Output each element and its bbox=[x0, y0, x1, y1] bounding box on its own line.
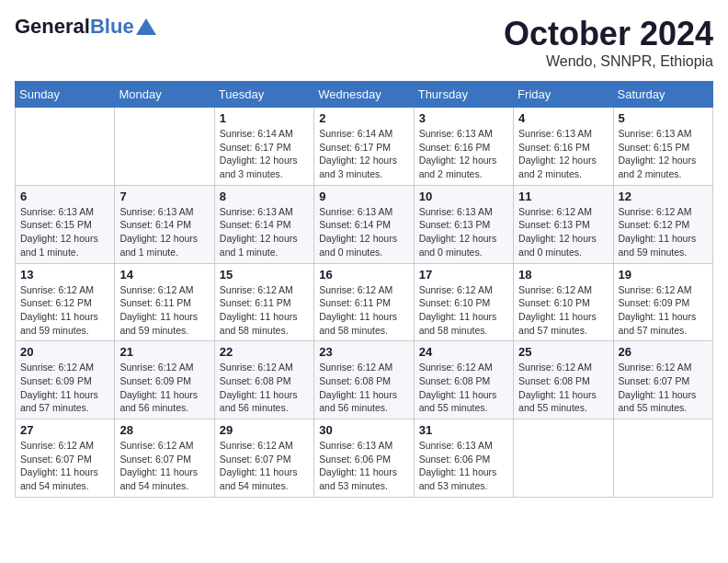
logo-blue-text: Blue bbox=[90, 15, 134, 39]
calendar-cell: 10Sunrise: 6:13 AM Sunset: 6:13 PM Dayli… bbox=[414, 185, 513, 263]
day-info: Sunrise: 6:12 AM Sunset: 6:12 PM Dayligh… bbox=[20, 283, 109, 338]
day-number: 20 bbox=[20, 345, 109, 359]
calendar-cell: 28Sunrise: 6:12 AM Sunset: 6:07 PM Dayli… bbox=[115, 419, 214, 498]
calendar-cell: 17Sunrise: 6:12 AM Sunset: 6:10 PM Dayli… bbox=[414, 263, 513, 341]
day-info: Sunrise: 6:13 AM Sunset: 6:16 PM Dayligh… bbox=[419, 127, 508, 181]
day-number: 10 bbox=[419, 190, 508, 203]
calendar-cell: 24Sunrise: 6:12 AM Sunset: 6:08 PM Dayli… bbox=[414, 341, 513, 419]
day-info: Sunrise: 6:14 AM Sunset: 6:17 PM Dayligh… bbox=[319, 127, 408, 181]
calendar-cell: 15Sunrise: 6:12 AM Sunset: 6:11 PM Dayli… bbox=[214, 263, 313, 341]
day-number: 6 bbox=[20, 190, 109, 203]
day-number: 14 bbox=[119, 268, 209, 282]
calendar-cell: 5Sunrise: 6:13 AM Sunset: 6:15 PM Daylig… bbox=[613, 108, 712, 186]
day-info: Sunrise: 6:12 AM Sunset: 6:08 PM Dayligh… bbox=[319, 361, 408, 415]
day-number: 17 bbox=[419, 268, 508, 282]
day-number: 15 bbox=[220, 268, 309, 282]
day-info: Sunrise: 6:14 AM Sunset: 6:17 PM Dayligh… bbox=[220, 127, 309, 181]
logo-general-text: General bbox=[15, 15, 90, 39]
calendar-cell bbox=[115, 108, 214, 186]
calendar-week-row: 27Sunrise: 6:12 AM Sunset: 6:07 PM Dayli… bbox=[16, 419, 713, 498]
day-number: 25 bbox=[518, 345, 608, 359]
day-number: 31 bbox=[419, 423, 508, 437]
day-info: Sunrise: 6:12 AM Sunset: 6:11 PM Dayligh… bbox=[119, 283, 209, 338]
day-number: 2 bbox=[319, 111, 408, 125]
day-info: Sunrise: 6:13 AM Sunset: 6:15 PM Dayligh… bbox=[20, 205, 109, 259]
day-number: 24 bbox=[419, 345, 508, 359]
day-number: 5 bbox=[619, 111, 708, 125]
calendar-cell: 6Sunrise: 6:13 AM Sunset: 6:15 PM Daylig… bbox=[16, 185, 115, 263]
day-number: 28 bbox=[119, 423, 209, 437]
day-number: 8 bbox=[220, 190, 309, 203]
day-info: Sunrise: 6:12 AM Sunset: 6:10 PM Dayligh… bbox=[518, 283, 608, 338]
calendar-header-sunday: Sunday bbox=[16, 82, 115, 108]
day-number: 19 bbox=[619, 268, 708, 282]
day-info: Sunrise: 6:12 AM Sunset: 6:11 PM Dayligh… bbox=[220, 283, 309, 338]
day-info: Sunrise: 6:13 AM Sunset: 6:14 PM Dayligh… bbox=[220, 205, 309, 259]
day-info: Sunrise: 6:12 AM Sunset: 6:09 PM Dayligh… bbox=[619, 283, 708, 338]
calendar-cell: 4Sunrise: 6:13 AM Sunset: 6:16 PM Daylig… bbox=[514, 108, 613, 186]
day-info: Sunrise: 6:12 AM Sunset: 6:08 PM Dayligh… bbox=[419, 361, 508, 415]
day-info: Sunrise: 6:13 AM Sunset: 6:06 PM Dayligh… bbox=[419, 439, 508, 493]
calendar-cell: 9Sunrise: 6:13 AM Sunset: 6:14 PM Daylig… bbox=[314, 185, 414, 263]
day-info: Sunrise: 6:12 AM Sunset: 6:07 PM Dayligh… bbox=[220, 439, 309, 493]
day-info: Sunrise: 6:12 AM Sunset: 6:11 PM Dayligh… bbox=[319, 283, 408, 338]
calendar-header-friday: Friday bbox=[514, 82, 613, 108]
day-info: Sunrise: 6:12 AM Sunset: 6:09 PM Dayligh… bbox=[119, 361, 209, 415]
day-number: 23 bbox=[319, 345, 408, 359]
day-number: 12 bbox=[619, 190, 708, 203]
calendar-week-row: 6Sunrise: 6:13 AM Sunset: 6:15 PM Daylig… bbox=[16, 185, 713, 263]
calendar-cell: 1Sunrise: 6:14 AM Sunset: 6:17 PM Daylig… bbox=[214, 108, 313, 186]
day-number: 11 bbox=[518, 190, 608, 203]
calendar-cell: 25Sunrise: 6:12 AM Sunset: 6:08 PM Dayli… bbox=[514, 341, 613, 419]
calendar-cell: 3Sunrise: 6:13 AM Sunset: 6:16 PM Daylig… bbox=[414, 108, 513, 186]
calendar-header-tuesday: Tuesday bbox=[214, 82, 313, 108]
title-block: October 2024 Wendo, SNNPR, Ethiopia bbox=[504, 15, 713, 70]
calendar-cell bbox=[514, 419, 613, 498]
calendar-cell: 16Sunrise: 6:12 AM Sunset: 6:11 PM Dayli… bbox=[314, 263, 414, 341]
day-info: Sunrise: 6:12 AM Sunset: 6:08 PM Dayligh… bbox=[518, 361, 608, 415]
day-info: Sunrise: 6:13 AM Sunset: 6:13 PM Dayligh… bbox=[419, 205, 508, 259]
calendar-header-saturday: Saturday bbox=[613, 82, 712, 108]
day-info: Sunrise: 6:12 AM Sunset: 6:10 PM Dayligh… bbox=[419, 283, 508, 338]
day-info: Sunrise: 6:12 AM Sunset: 6:12 PM Dayligh… bbox=[619, 205, 708, 259]
day-number: 16 bbox=[319, 268, 408, 282]
calendar-cell: 20Sunrise: 6:12 AM Sunset: 6:09 PM Dayli… bbox=[16, 341, 115, 419]
logo: General Blue bbox=[15, 15, 156, 39]
day-info: Sunrise: 6:13 AM Sunset: 6:16 PM Dayligh… bbox=[518, 127, 608, 181]
calendar-cell: 29Sunrise: 6:12 AM Sunset: 6:07 PM Dayli… bbox=[214, 419, 313, 498]
day-number: 9 bbox=[319, 190, 408, 203]
calendar-cell bbox=[16, 108, 115, 186]
location-subtitle: Wendo, SNNPR, Ethiopia bbox=[504, 53, 713, 70]
day-info: Sunrise: 6:12 AM Sunset: 6:13 PM Dayligh… bbox=[518, 205, 608, 259]
day-number: 13 bbox=[20, 268, 109, 282]
calendar-cell: 22Sunrise: 6:12 AM Sunset: 6:08 PM Dayli… bbox=[214, 341, 313, 419]
calendar-cell: 21Sunrise: 6:12 AM Sunset: 6:09 PM Dayli… bbox=[115, 341, 214, 419]
page-header: General Blue October 2024 Wendo, SNNPR, … bbox=[15, 15, 713, 70]
calendar-cell: 18Sunrise: 6:12 AM Sunset: 6:10 PM Dayli… bbox=[514, 263, 613, 341]
calendar-header-thursday: Thursday bbox=[414, 82, 513, 108]
calendar-cell bbox=[613, 419, 712, 498]
calendar-cell: 2Sunrise: 6:14 AM Sunset: 6:17 PM Daylig… bbox=[314, 108, 414, 186]
day-number: 22 bbox=[220, 345, 309, 359]
day-number: 29 bbox=[220, 423, 309, 437]
day-info: Sunrise: 6:13 AM Sunset: 6:14 PM Dayligh… bbox=[119, 205, 209, 259]
day-number: 26 bbox=[619, 345, 708, 359]
calendar-header-monday: Monday bbox=[115, 82, 214, 108]
day-number: 1 bbox=[220, 111, 309, 125]
calendar-cell: 26Sunrise: 6:12 AM Sunset: 6:07 PM Dayli… bbox=[613, 341, 712, 419]
calendar-cell: 14Sunrise: 6:12 AM Sunset: 6:11 PM Dayli… bbox=[115, 263, 214, 341]
logo-icon bbox=[136, 18, 156, 35]
calendar-cell: 30Sunrise: 6:13 AM Sunset: 6:06 PM Dayli… bbox=[314, 419, 414, 498]
day-number: 3 bbox=[419, 111, 508, 125]
calendar-cell: 27Sunrise: 6:12 AM Sunset: 6:07 PM Dayli… bbox=[16, 419, 115, 498]
calendar-cell: 11Sunrise: 6:12 AM Sunset: 6:13 PM Dayli… bbox=[514, 185, 613, 263]
calendar-week-row: 20Sunrise: 6:12 AM Sunset: 6:09 PM Dayli… bbox=[16, 341, 713, 419]
calendar-cell: 19Sunrise: 6:12 AM Sunset: 6:09 PM Dayli… bbox=[613, 263, 712, 341]
day-number: 21 bbox=[119, 345, 209, 359]
day-number: 27 bbox=[20, 423, 109, 437]
day-info: Sunrise: 6:12 AM Sunset: 6:09 PM Dayligh… bbox=[20, 361, 109, 415]
day-info: Sunrise: 6:12 AM Sunset: 6:07 PM Dayligh… bbox=[119, 439, 209, 493]
day-number: 18 bbox=[518, 268, 608, 282]
day-number: 30 bbox=[319, 423, 408, 437]
calendar-week-row: 1Sunrise: 6:14 AM Sunset: 6:17 PM Daylig… bbox=[16, 108, 713, 186]
